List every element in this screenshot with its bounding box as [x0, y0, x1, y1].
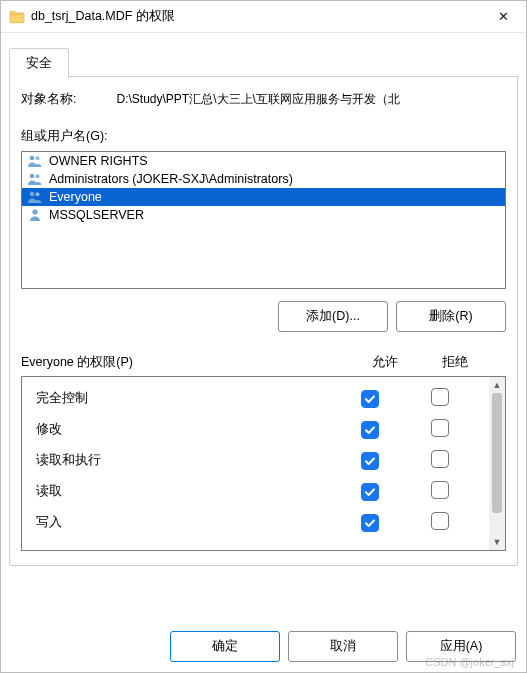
deny-checkbox[interactable]	[431, 512, 449, 530]
principal-name: Administrators (JOKER-SXJ\Administrators…	[49, 172, 293, 186]
allow-cell	[335, 514, 405, 532]
dialog-footer: 确定 取消 应用(A) CSDN @joker_sxj	[1, 617, 526, 672]
add-button[interactable]: 添加(D)...	[278, 301, 388, 332]
scroll-thumb[interactable]	[492, 393, 502, 513]
deny-cell	[405, 419, 475, 440]
allow-column-header: 允许	[350, 354, 420, 371]
permission-row: 读取	[22, 476, 489, 507]
ok-button[interactable]: 确定	[170, 631, 280, 662]
permission-row: 读取和执行	[22, 445, 489, 476]
svg-point-4	[30, 192, 35, 197]
allow-checkbox[interactable]	[361, 452, 379, 470]
svg-point-1	[36, 156, 40, 160]
principal-item[interactable]: MSSQLSERVER	[22, 206, 505, 224]
group-icon	[27, 172, 43, 186]
allow-cell	[335, 452, 405, 470]
tab-security[interactable]: 安全	[9, 48, 69, 78]
folder-icon	[9, 9, 25, 25]
deny-checkbox[interactable]	[431, 419, 449, 437]
permission-name: 读取和执行	[36, 452, 335, 469]
close-button[interactable]: ✕	[480, 1, 526, 33]
permissions-listbox: 完全控制修改读取和执行读取写入 ▲ ▼	[21, 376, 506, 551]
principal-name: MSSQLSERVER	[49, 208, 144, 222]
cancel-button[interactable]: 取消	[288, 631, 398, 662]
allow-checkbox[interactable]	[361, 421, 379, 439]
allow-cell	[335, 390, 405, 408]
svg-point-5	[36, 192, 40, 196]
close-icon: ✕	[498, 9, 509, 24]
permission-row: 修改	[22, 414, 489, 445]
permission-name: 完全控制	[36, 390, 335, 407]
user-icon	[27, 208, 43, 222]
svg-point-2	[30, 174, 35, 179]
deny-cell	[405, 481, 475, 502]
groups-label: 组或用户名(G):	[21, 128, 506, 145]
permission-name: 写入	[36, 514, 335, 531]
allow-cell	[335, 483, 405, 501]
principal-name: OWNER RIGHTS	[49, 154, 148, 168]
security-sheet: 对象名称: D:\Study\PPT汇总\大三上\互联网应用服务与开发（北 组或…	[9, 77, 518, 566]
deny-cell	[405, 388, 475, 409]
deny-checkbox[interactable]	[431, 450, 449, 468]
svg-point-0	[30, 156, 35, 161]
allow-checkbox[interactable]	[361, 390, 379, 408]
scroll-up-icon[interactable]: ▲	[489, 377, 505, 393]
deny-column-header: 拒绝	[420, 354, 490, 371]
permissions-header: Everyone 的权限(P) 允许 拒绝	[21, 354, 506, 371]
object-name-label: 对象名称:	[21, 91, 76, 108]
principal-item[interactable]: Administrators (JOKER-SXJ\Administrators…	[22, 170, 505, 188]
title-bar: db_tsrj_Data.MDF 的权限 ✕	[1, 1, 526, 33]
deny-checkbox[interactable]	[431, 388, 449, 406]
allow-checkbox[interactable]	[361, 514, 379, 532]
remove-button[interactable]: 删除(R)	[396, 301, 506, 332]
scroll-down-icon[interactable]: ▼	[489, 534, 505, 550]
permissions-title: Everyone 的权限(P)	[21, 354, 133, 371]
deny-cell	[405, 512, 475, 533]
principals-listbox[interactable]: OWNER RIGHTSAdministrators (JOKER-SXJ\Ad…	[21, 151, 506, 289]
principal-name: Everyone	[49, 190, 102, 204]
principal-item[interactable]: OWNER RIGHTS	[22, 152, 505, 170]
deny-cell	[405, 450, 475, 471]
principal-item[interactable]: Everyone	[22, 188, 505, 206]
principals-buttons: 添加(D)... 删除(R)	[21, 301, 506, 332]
deny-checkbox[interactable]	[431, 481, 449, 499]
object-name-row: 对象名称: D:\Study\PPT汇总\大三上\互联网应用服务与开发（北	[21, 91, 506, 108]
permission-name: 读取	[36, 483, 335, 500]
window-title: db_tsrj_Data.MDF 的权限	[31, 8, 480, 25]
permission-name: 修改	[36, 421, 335, 438]
permissions-scrollbar[interactable]: ▲ ▼	[489, 377, 505, 550]
object-name-value: D:\Study\PPT汇总\大三上\互联网应用服务与开发（北	[116, 91, 399, 108]
svg-point-6	[32, 209, 37, 214]
svg-point-3	[36, 174, 40, 178]
tab-divider	[9, 76, 518, 77]
apply-button[interactable]: 应用(A)	[406, 631, 516, 662]
permission-row: 完全控制	[22, 383, 489, 414]
allow-checkbox[interactable]	[361, 483, 379, 501]
tab-strip: 安全	[1, 33, 526, 77]
allow-cell	[335, 421, 405, 439]
group-icon	[27, 190, 43, 204]
permission-row: 写入	[22, 507, 489, 538]
group-icon	[27, 154, 43, 168]
